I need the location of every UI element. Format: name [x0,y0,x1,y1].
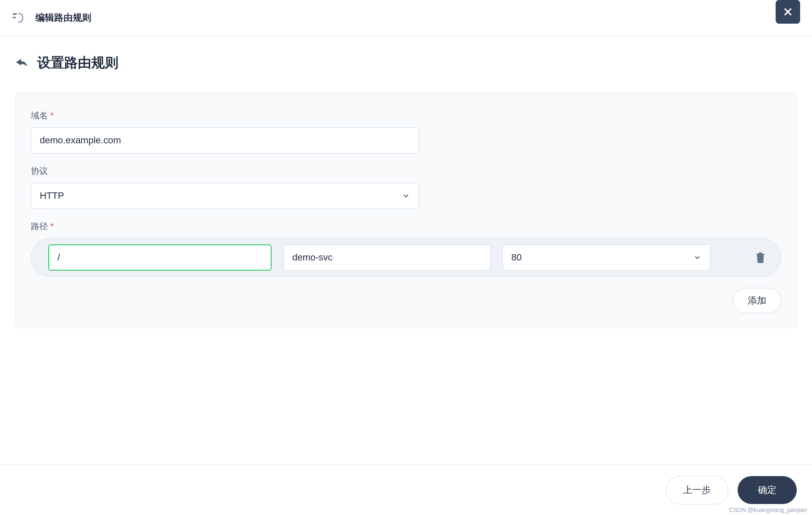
domain-label-text: 域名 [31,111,48,120]
domain-group: 域名* [31,110,781,153]
add-row: 添加 [31,288,781,313]
required-mark: * [50,222,54,231]
protocol-select[interactable]: HTTP [31,183,419,209]
modal-title: 编辑路由规则 [36,11,91,24]
confirm-button[interactable]: 确定 [738,476,797,504]
path-row: 80 [31,238,781,277]
header-left: 编辑路由规则 [12,11,91,24]
port-value: 80 [511,252,521,263]
paths-group: 路径* 80 添加 [31,221,781,313]
paths-label: 路径* [31,221,781,232]
chevron-down-icon [402,192,410,200]
previous-button[interactable]: 上一步 [666,476,728,504]
modal-header: 编辑路由规则 [0,0,812,36]
page-heading-row: 设置路由规则 [15,54,797,72]
add-path-button[interactable]: 添加 [733,288,781,313]
svg-rect-1 [13,17,16,19]
required-mark: * [50,111,54,120]
page-title: 设置路由规则 [37,54,118,72]
close-icon [782,6,793,17]
domain-label: 域名* [31,110,781,121]
chevron-down-icon [693,253,702,262]
path-input[interactable] [48,244,272,271]
service-input[interactable] [283,244,491,271]
watermark: CSDN @kuangxiang_panpan [729,507,807,513]
protocol-group: 协议 HTTP [31,165,781,209]
port-select[interactable]: 80 [502,244,710,271]
form-card: 域名* 协议 HTTP 路径* [15,93,797,328]
modal-content: 设置路由规则 域名* 协议 HTTP [0,36,812,346]
protocol-select-wrap: HTTP [31,183,419,209]
paths-label-text: 路径 [31,222,48,231]
domain-input[interactable] [31,127,419,153]
trash-icon [755,252,765,263]
svg-rect-0 [13,14,16,15]
close-button[interactable] [776,0,800,24]
protocol-label: 协议 [31,165,781,177]
protocol-value: HTTP [40,190,64,201]
delete-path-button[interactable] [752,249,769,266]
back-button[interactable] [15,58,28,68]
modal-footer: 上一步 确定 [0,464,812,515]
back-arrow-icon [15,58,28,68]
route-icon [12,12,24,24]
